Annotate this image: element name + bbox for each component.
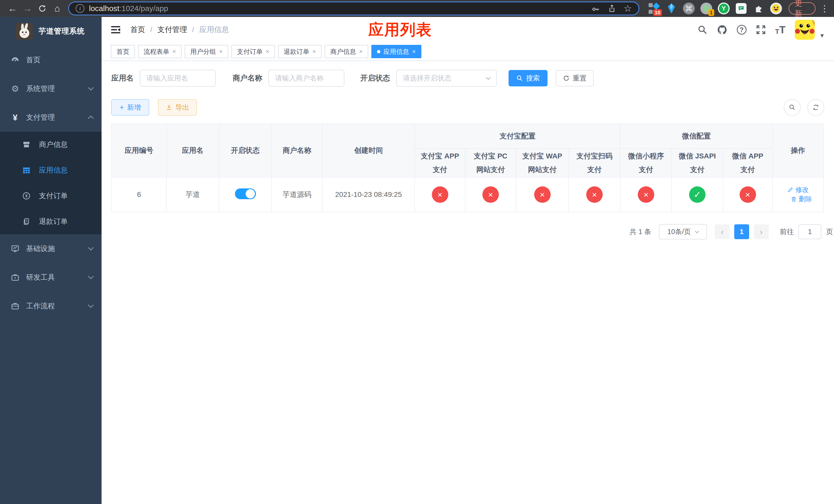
tab-refund-order[interactable]: 退款订单× (278, 45, 322, 58)
monitor-icon (9, 244, 21, 253)
status-select[interactable]: 请选择开启状态 (396, 70, 497, 87)
sidebar-item-app-info[interactable]: 应用信息 (0, 157, 102, 183)
dashboard-icon (9, 55, 21, 65)
extension-emoji-icon[interactable] (770, 3, 782, 14)
tab-home[interactable]: 首页 (111, 45, 135, 58)
sidebar-item-workflow[interactable]: 工作流程 (0, 292, 102, 320)
edit-link[interactable]: 修改 (787, 185, 809, 194)
breadcrumb-payment[interactable]: 支付管理 (157, 25, 187, 35)
close-icon[interactable]: × (219, 48, 223, 55)
column-header-actions: 操作 (772, 124, 824, 177)
url-host: localhost (89, 4, 119, 13)
status-toggle[interactable] (235, 188, 256, 199)
sidebar-item-payment[interactable]: ¥ 支付管理 (0, 103, 102, 132)
sidebar-item-system[interactable]: ⚙ 系统管理 (0, 74, 102, 103)
share-icon[interactable] (608, 4, 616, 13)
next-page-button[interactable]: › (754, 224, 769, 239)
total-count: 共 1 条 (630, 227, 651, 236)
forward-icon[interactable]: → (20, 1, 35, 16)
cell-app-id: 6 (112, 177, 167, 212)
app-logo-row[interactable]: 芋道管理系统 (0, 17, 102, 46)
app-logo (16, 23, 33, 40)
search-button[interactable]: 搜索 (508, 70, 548, 86)
tab-process-form[interactable]: 流程表单× (138, 45, 181, 58)
extension-profile-icon[interactable]: 1 (700, 3, 712, 14)
extension-y-icon[interactable]: Y (718, 3, 730, 14)
sidebar-item-home[interactable]: 首页 (0, 46, 102, 74)
sidebar-item-refund-orders[interactable]: 退款订单 (0, 209, 102, 234)
bookmark-star-icon[interactable]: ☆ (624, 3, 632, 14)
sidebar-item-label: 基础设施 (26, 244, 89, 254)
extension-badge: 1 (708, 9, 714, 16)
search-icon[interactable] (697, 25, 707, 35)
close-icon[interactable]: × (312, 48, 316, 55)
sidebar: 芋道管理系统 首页 ⚙ 系统管理 ¥ 支付管理 商户信息 (0, 17, 102, 504)
close-icon[interactable]: × (172, 48, 176, 55)
browser-menu-icon[interactable]: ⋮ (820, 3, 829, 14)
tab-payment-order[interactable]: 支付订单× (231, 45, 275, 58)
sidebar-item-dev-tools[interactable]: 研发工具 (0, 263, 102, 292)
sidebar-item-merchant-info[interactable]: 商户信息 (0, 132, 102, 157)
sidebar-item-label: 首页 (26, 55, 93, 65)
refresh-button[interactable] (807, 99, 824, 116)
column-header: 微信小程序支付 (620, 148, 672, 177)
extension-chat-icon[interactable] (735, 3, 747, 14)
shop-icon (21, 140, 32, 149)
tab-user-group[interactable]: 用户分组× (185, 45, 228, 58)
sidebar-item-label: 退款订单 (39, 216, 68, 226)
close-icon[interactable]: × (412, 48, 416, 55)
page-number[interactable]: 1 (734, 224, 749, 239)
tab-merchant-info[interactable]: 商户信息× (325, 45, 368, 58)
breadcrumb-home[interactable]: 首页 (130, 25, 145, 35)
password-key-icon[interactable] (591, 4, 600, 13)
avatar[interactable] (795, 20, 815, 40)
table-row: 6 芋道 芋道源码 2021-10-23 08:49:25 × × × × × … (112, 177, 824, 212)
status-label: 开启状态 (360, 73, 390, 83)
toggle-search-button[interactable] (784, 99, 801, 116)
extension-gem-icon[interactable] (665, 3, 677, 14)
sidebar-item-infrastructure[interactable]: 基础设施 (0, 234, 102, 263)
extension-command-icon[interactable]: ⌘ (683, 3, 695, 14)
delete-link[interactable]: 删除 (791, 194, 812, 204)
sidebar-item-payment-orders[interactable]: ¥ 支付订单 (0, 183, 102, 209)
sidebar-collapse-icon[interactable] (110, 24, 121, 35)
column-header: 微信 JSAPI 支付 (672, 148, 723, 177)
extension-tiles-icon[interactable]: 10 (648, 3, 660, 14)
back-icon[interactable]: ← (5, 1, 20, 16)
page-size-select[interactable]: 10条/页 (659, 224, 707, 239)
reset-button[interactable]: 重置 (556, 70, 594, 86)
app-name-input[interactable] (140, 70, 216, 87)
address-bar[interactable]: i localhost:1024/pay/app ☆ (68, 2, 639, 15)
goto-prefix: 前往 (780, 227, 794, 236)
add-button[interactable]: + 新增 (111, 99, 149, 116)
extension-puzzle-icon[interactable] (753, 3, 765, 14)
fullscreen-icon[interactable] (756, 25, 766, 35)
tags-view: 首页 流程表单× 用户分组× 支付订单× 退款订单× 商户信息× 应用信息× (102, 43, 834, 61)
sidebar-item-label: 支付订单 (39, 191, 68, 201)
font-size-icon[interactable]: TT (775, 25, 786, 35)
merchant-name-input[interactable] (268, 70, 345, 87)
top-navbar: 首页 / 支付管理 / 应用信息 应用列表 ? TT (102, 17, 834, 43)
table-toolbar: + 新增 导出 (111, 99, 824, 116)
tab-app-info[interactable]: 应用信息× (371, 45, 421, 58)
page-title-annotation: 应用列表 (368, 20, 432, 40)
home-icon[interactable]: ⌂ (50, 1, 65, 16)
goto-page-input[interactable] (798, 224, 821, 239)
column-header: 开启状态 (219, 124, 271, 177)
page-info-icon[interactable]: i (76, 4, 84, 13)
reload-icon[interactable] (35, 1, 50, 16)
close-icon[interactable]: × (266, 48, 269, 55)
document-copy-icon (21, 217, 32, 225)
help-icon[interactable]: ? (737, 25, 747, 35)
close-icon[interactable]: × (359, 48, 363, 55)
cell-app-name: 芋道 (167, 177, 219, 212)
export-button[interactable]: 导出 (158, 99, 197, 116)
avatar-caret-icon[interactable]: ▾ (820, 31, 824, 40)
column-header: 支付宝 WAP 网站支付 (516, 148, 569, 177)
payment-submenu: 商户信息 应用信息 ¥ 支付订单 退款订单 (0, 132, 102, 234)
chrome-update-button[interactable]: 更新 (789, 2, 815, 15)
prev-page-button[interactable]: ‹ (715, 224, 730, 239)
extensions-row: 10 ⌘ 1 Y (648, 3, 782, 14)
github-icon[interactable] (717, 24, 728, 35)
goto-suffix: 页 (826, 227, 833, 236)
